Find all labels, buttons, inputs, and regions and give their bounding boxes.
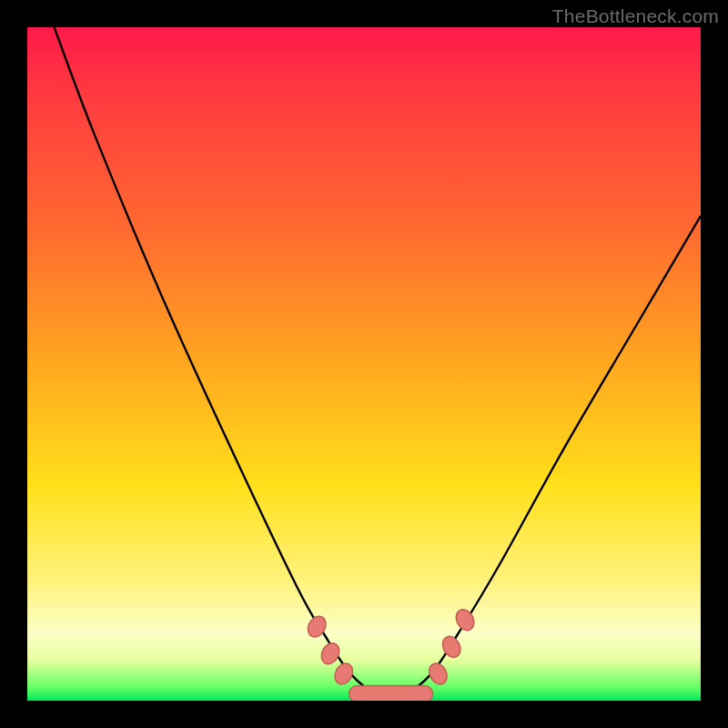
valley-markers	[305, 606, 478, 701]
marker-valley-pill	[349, 686, 433, 701]
chart-frame: TheBottleneck.com	[0, 0, 728, 728]
bottleneck-curve	[55, 27, 701, 696]
marker-right-lower	[426, 661, 450, 688]
watermark-text: TheBottleneck.com	[552, 5, 719, 27]
marker-left-mid	[318, 640, 342, 667]
marker-left-lower	[331, 661, 356, 688]
bottleneck-curve-svg	[27, 27, 701, 701]
plot-area	[27, 27, 701, 701]
